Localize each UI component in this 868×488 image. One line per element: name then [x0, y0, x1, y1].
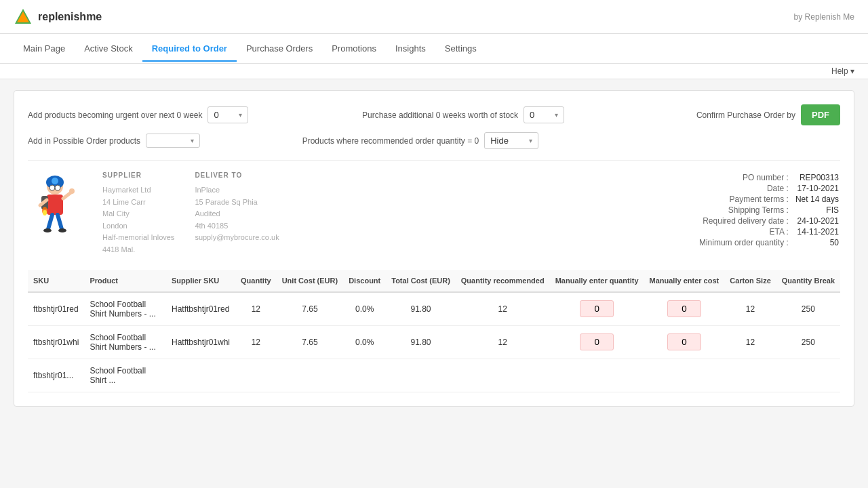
svg-point-4 [52, 178, 58, 184]
cell-qty-recommended [456, 359, 550, 392]
svg-point-5 [50, 185, 55, 190]
urgent-select[interactable]: 0 ▾ [208, 106, 248, 123]
logo-area: replenishme [14, 7, 102, 26]
urgent-label: Add products becoming urgent over next 0… [28, 110, 202, 120]
help-button[interactable]: Help ▾ [831, 66, 854, 76]
cell-manually-cost[interactable] [644, 292, 725, 326]
deliver-to-title: DELIVER TO [195, 171, 279, 179]
supplier-section: SUPPLIER Haymarket Ltd 14 Lime Carr Mal … [102, 171, 174, 256]
urgent-value: 0 [214, 110, 218, 120]
cell-carton-size: 12 [724, 292, 776, 326]
urgent-arrow-icon: ▾ [239, 111, 242, 119]
supplier-title: SUPPLIER [102, 171, 174, 179]
cell-supplier-sku: Hatftbshtjr01red [166, 292, 235, 326]
cell-manually-qty[interactable] [550, 325, 644, 359]
recommended-select[interactable]: Hide ▾ [484, 132, 538, 149]
purchase-value: 0 [530, 110, 534, 120]
cell-manually-qty-input[interactable] [580, 333, 614, 350]
deliver-to-address: InPlace 15 Parade Sq Phia Audited 4th 40… [195, 184, 279, 244]
cell-quantity: 12 [235, 292, 277, 326]
header: replenishme by Replenish Me [0, 0, 868, 34]
main-content: Add products becoming urgent over next 0… [0, 79, 868, 418]
po-number-value: REP00313 [795, 173, 839, 182]
possible-arrow-icon: ▾ [191, 137, 194, 144]
cell-product: School Football Shirt Numbers - ... [84, 292, 166, 326]
cell-manually-cost-input[interactable] [667, 333, 701, 350]
cell-product: School Football Shirt Numbers - ... [84, 325, 166, 359]
cell-discount: 0.0% [343, 292, 386, 326]
table-row: ftbshtjr01...School Football Shirt ... [28, 359, 840, 392]
main-nav: Main Page Active Stock Required to Order… [0, 34, 868, 64]
svg-point-15 [43, 228, 52, 232]
cell-qty-break: 250 [776, 325, 840, 359]
po-info-section: PO number : REP00313 Date : 17-10-2021 P… [650, 171, 840, 256]
moq-value: 50 [795, 238, 839, 247]
cell-product: School Football Shirt ... [84, 359, 166, 392]
help-bar: Help ▾ [0, 64, 868, 79]
table-container: SKU Product Supplier SKU Quantity Unit C… [28, 270, 840, 392]
purchase-label: Purchase additional 0 weeks worth of sto… [362, 110, 518, 120]
main-card: Add products becoming urgent over next 0… [14, 90, 854, 407]
cell-manually-cost [644, 359, 725, 392]
nav-settings[interactable]: Settings [435, 35, 486, 62]
shipping-value: FIS [795, 205, 839, 215]
cell-manually-cost-input[interactable] [667, 300, 701, 317]
cell-carton-size [724, 359, 776, 392]
possible-select[interactable]: ▾ [146, 134, 200, 148]
col-qty-break: Quantity Break [776, 270, 840, 292]
character-figure [28, 171, 82, 256]
svg-point-11 [69, 188, 75, 194]
deliver-to-section: DELIVER TO InPlace 15 Parade Sq Phia Aud… [195, 171, 279, 256]
cell-unit-cost [277, 359, 344, 392]
col-discount: Discount [343, 270, 386, 292]
col-manually-qty: Manually enter quantity [550, 270, 644, 292]
shipping-label: Shipping Terms : [699, 205, 794, 215]
recommended-label: Products where recommended order quantit… [302, 136, 479, 146]
nav-promotions[interactable]: Promotions [322, 35, 386, 62]
payment-label: Payment terms : [699, 195, 794, 204]
delivery-label: Required delivery date : [699, 216, 794, 226]
svg-point-16 [58, 228, 66, 232]
cell-quantity [235, 359, 277, 392]
table-row: ftbshtjr01whiSchool Football Shirt Numbe… [28, 325, 840, 359]
po-number-label: PO number : [699, 173, 794, 182]
cell-qty-recommended: 12 [456, 325, 550, 359]
pdf-button[interactable]: PDF [801, 104, 840, 125]
col-carton-size: Carton Size [724, 270, 776, 292]
nav-purchase-orders[interactable]: Purchase Orders [237, 35, 322, 62]
cell-sku: ftbshtjr01whi [28, 325, 84, 359]
col-manually-cost: Manually enter cost [644, 270, 725, 292]
character-icon [28, 171, 82, 253]
date-value: 17-10-2021 [795, 184, 839, 193]
svg-point-18 [43, 210, 47, 216]
cell-unit-cost: 7.65 [277, 325, 344, 359]
svg-line-14 [58, 215, 62, 229]
cell-supplier-sku: Hatftbshtjr01whi [166, 325, 235, 359]
cell-discount: 0.0% [343, 325, 386, 359]
confirm-label: Confirm Purchase Order by [696, 110, 795, 120]
col-unit-cost: Unit Cost (EUR) [277, 270, 344, 292]
cell-manually-cost[interactable] [644, 325, 725, 359]
nav-insights[interactable]: Insights [386, 35, 435, 62]
cell-qty-break: 250 [776, 292, 840, 326]
nav-main-page[interactable]: Main Page [14, 35, 75, 62]
cell-carton-size: 12 [724, 325, 776, 359]
svg-rect-8 [47, 195, 63, 215]
byline: by Replenish Me [794, 12, 854, 22]
cell-total-cost [386, 359, 456, 392]
col-sku: SKU [28, 270, 84, 292]
cell-manually-qty [550, 359, 644, 392]
purchase-select[interactable]: 0 ▾ [524, 106, 564, 123]
svg-line-13 [48, 215, 52, 229]
cell-supplier-sku [166, 359, 235, 392]
col-product: Product [84, 270, 166, 292]
supplier-address: Haymarket Ltd 14 Lime Carr Mal City Lond… [102, 184, 174, 256]
cell-manually-qty-input[interactable] [580, 300, 614, 317]
app-name: replenishme [38, 11, 102, 23]
cell-manually-qty[interactable] [550, 292, 644, 326]
cell-unit-cost: 7.65 [277, 292, 344, 326]
cell-quantity: 12 [235, 325, 277, 359]
nav-required-to-order[interactable]: Required to Order [142, 35, 237, 62]
nav-active-stock[interactable]: Active Stock [75, 35, 142, 62]
purchase-arrow-icon: ▾ [555, 111, 558, 119]
